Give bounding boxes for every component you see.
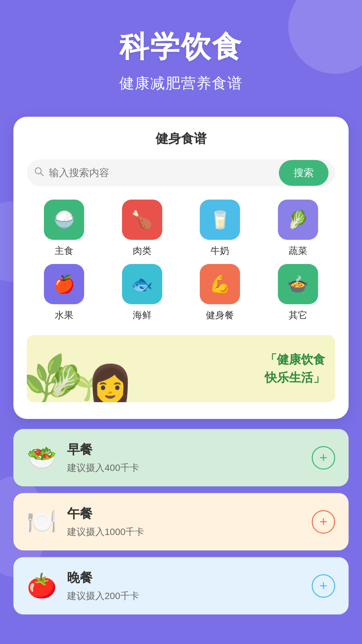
header-subtitle: 健康减肥营养食谱 xyxy=(13,73,349,93)
meal-name-dinner: 晚餐 xyxy=(67,569,312,586)
category-label-fitness: 健身餐 xyxy=(206,309,234,322)
category-label-vegetable: 蔬菜 xyxy=(289,245,307,257)
meal-card-dinner: 🍅 晚餐 建议摄入200千卡 + xyxy=(13,557,349,614)
category-icon-fruit: 🍎 xyxy=(44,264,84,304)
meal-card-breakfast: 🥗 早餐 建议摄入400千卡 + xyxy=(13,429,349,486)
meal-section: 🥗 早餐 建议摄入400千卡 + 🍽️ 午餐 建议摄入1000千卡 + 🍅 晚餐… xyxy=(13,429,349,614)
meal-info-dinner: 晚餐 建议摄入200千卡 xyxy=(67,569,312,602)
meal-add-button-lunch[interactable]: + xyxy=(312,510,335,534)
category-label-milk: 牛奶 xyxy=(210,245,229,257)
meal-add-button-breakfast[interactable]: + xyxy=(312,446,335,470)
banner-line1: 「健康饮食 xyxy=(265,353,325,366)
meal-food-icon-dinner: 🍅 xyxy=(27,572,57,600)
meal-food-icon-lunch: 🍽️ xyxy=(27,507,57,536)
search-input[interactable] xyxy=(49,167,279,178)
category-item-meat[interactable]: 🍗 肉类 xyxy=(105,200,180,257)
category-icon-other: 🍲 xyxy=(278,264,318,304)
category-item-fitness[interactable]: 💪 健身餐 xyxy=(183,264,257,322)
category-item-other[interactable]: 🍲 其它 xyxy=(261,264,336,322)
card-title: 健身食谱 xyxy=(27,130,335,147)
banner-illustration: 🌿 🥬 🌱 👩 xyxy=(27,335,196,402)
category-item-fruit[interactable]: 🍎 水果 xyxy=(27,264,102,322)
header: 科学饮食 健康减肥营养食谱 xyxy=(0,0,362,107)
category-item-milk[interactable]: 🥛 牛奶 xyxy=(183,200,257,257)
search-icon xyxy=(34,166,44,179)
category-icon-fitness: 💪 xyxy=(200,264,240,304)
category-label-fruit: 水果 xyxy=(55,309,73,322)
category-icon-meat: 🍗 xyxy=(122,200,162,240)
meal-name-lunch: 午餐 xyxy=(67,505,312,522)
banner: 🌿 🥬 🌱 👩 「健康饮食 快乐生活」 xyxy=(27,335,335,402)
category-icon-milk: 🥛 xyxy=(200,200,240,240)
category-item-staple[interactable]: 🍚 主食 xyxy=(27,200,102,257)
category-label-meat: 肉类 xyxy=(133,245,152,257)
category-item-seafood[interactable]: 🐟 海鲜 xyxy=(105,264,180,322)
search-button[interactable]: 搜索 xyxy=(279,160,328,186)
svg-line-1 xyxy=(41,173,43,176)
search-bar: 搜索 xyxy=(27,159,335,186)
category-icon-vegetable: 🥬 xyxy=(278,200,318,240)
meal-add-button-dinner[interactable]: + xyxy=(312,574,335,598)
meal-desc-dinner: 建议摄入200千卡 xyxy=(67,590,312,602)
banner-text: 「健康饮食 快乐生活」 xyxy=(196,351,335,387)
meal-card-lunch: 🍽️ 午餐 建议摄入1000千卡 + xyxy=(13,493,349,550)
main-card: 健身食谱 搜索 🍚 主食 🍗 肉类 🥛 牛奶 🥬 蔬菜 🍎 水果 xyxy=(13,117,349,419)
meal-info-breakfast: 早餐 建议摄入400千卡 xyxy=(67,441,312,474)
category-label-seafood: 海鲜 xyxy=(133,309,152,322)
category-icon-seafood: 🐟 xyxy=(122,264,162,304)
meal-name-breakfast: 早餐 xyxy=(67,441,312,458)
meal-desc-breakfast: 建议摄入400千卡 xyxy=(67,462,312,474)
category-item-vegetable[interactable]: 🥬 蔬菜 xyxy=(261,200,336,257)
category-icon-staple: 🍚 xyxy=(44,200,84,240)
category-grid: 🍚 主食 🍗 肉类 🥛 牛奶 🥬 蔬菜 🍎 水果 🐟 海鲜 💪 健身餐 🍲 其它 xyxy=(27,200,335,322)
header-title: 科学饮食 xyxy=(13,27,349,67)
meal-info-lunch: 午餐 建议摄入1000千卡 xyxy=(67,505,312,538)
meal-food-icon-breakfast: 🥗 xyxy=(27,443,57,472)
banner-line2: 快乐生活」 xyxy=(265,371,325,384)
meal-desc-lunch: 建议摄入1000千卡 xyxy=(67,526,312,538)
category-label-staple: 主食 xyxy=(55,245,73,257)
category-label-other: 其它 xyxy=(289,309,307,322)
